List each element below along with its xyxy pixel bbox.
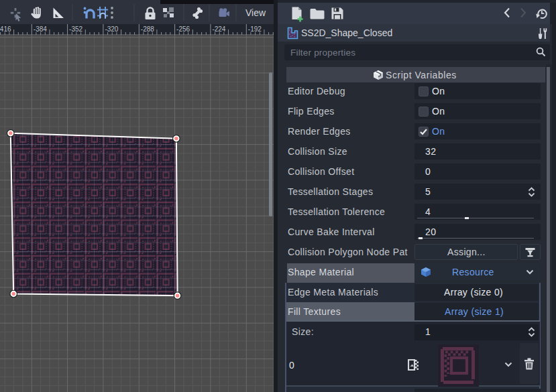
svg-text:-320: -320 [105,25,118,33]
svg-text:View: View [245,7,266,18]
svg-text:-288: -288 [141,25,154,33]
svg-text:-192: -192 [248,25,262,33]
svg-text:-224: -224 [212,25,225,33]
svg-text:-352: -352 [69,25,82,33]
svg-text:-416: -416 [0,25,11,33]
svg-text:-384: -384 [34,25,47,33]
svg-text:-256: -256 [176,25,190,33]
